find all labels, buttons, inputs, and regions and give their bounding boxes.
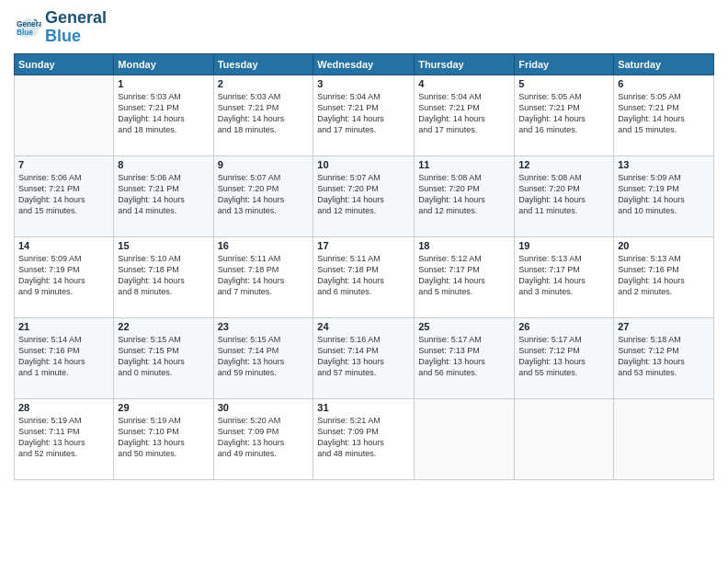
day-number: 29 [118,402,209,413]
day-number: 2 [218,78,310,89]
day-cell: 31Sunrise: 5:21 AMSunset: 7:09 PMDayligh… [313,398,415,479]
day-number: 31 [317,402,410,413]
day-cell: 23Sunrise: 5:15 AMSunset: 7:14 PMDayligh… [213,317,313,398]
day-info: Sunrise: 5:21 AMSunset: 7:09 PMDaylight:… [317,415,410,460]
day-number: 23 [218,321,310,332]
weekday-monday: Monday [114,53,213,75]
day-info: Sunrise: 5:08 AMSunset: 7:20 PMDaylight:… [418,172,510,217]
day-cell: 8Sunrise: 5:06 AMSunset: 7:21 PMDaylight… [114,155,213,236]
day-number: 21 [18,321,109,332]
day-cell [515,398,614,479]
day-cell: 19Sunrise: 5:13 AMSunset: 7:17 PMDayligh… [515,236,614,317]
day-number: 26 [518,321,609,332]
day-cell [614,398,714,479]
day-cell: 24Sunrise: 5:16 AMSunset: 7:14 PMDayligh… [313,317,415,398]
day-info: Sunrise: 5:11 AMSunset: 7:18 PMDaylight:… [218,253,310,298]
day-cell: 3Sunrise: 5:04 AMSunset: 7:21 PMDaylight… [313,75,415,155]
weekday-tuesday: Tuesday [213,53,313,75]
day-cell [415,398,515,479]
day-number: 20 [618,240,710,251]
day-cell: 16Sunrise: 5:11 AMSunset: 7:18 PMDayligh… [213,236,313,317]
day-cell: 25Sunrise: 5:17 AMSunset: 7:13 PMDayligh… [415,317,515,398]
day-cell: 18Sunrise: 5:12 AMSunset: 7:17 PMDayligh… [415,236,515,317]
day-info: Sunrise: 5:10 AMSunset: 7:18 PMDaylight:… [118,253,209,298]
logo: General Blue General Blue [14,9,107,46]
week-row-3: 14Sunrise: 5:09 AMSunset: 7:19 PMDayligh… [15,236,714,317]
day-cell: 7Sunrise: 5:06 AMSunset: 7:21 PMDaylight… [15,155,114,236]
day-info: Sunrise: 5:04 AMSunset: 7:21 PMDaylight:… [317,91,410,136]
svg-text:General: General [17,19,41,28]
day-info: Sunrise: 5:07 AMSunset: 7:20 PMDaylight:… [218,172,310,217]
logo-icon: General Blue [14,14,41,41]
week-row-5: 28Sunrise: 5:19 AMSunset: 7:11 PMDayligh… [15,398,714,479]
day-cell: 28Sunrise: 5:19 AMSunset: 7:11 PMDayligh… [15,398,114,479]
day-info: Sunrise: 5:20 AMSunset: 7:09 PMDaylight:… [218,415,310,460]
day-number: 24 [317,321,410,332]
day-number: 28 [18,402,109,413]
logo-text: General Blue [45,9,107,46]
day-info: Sunrise: 5:11 AMSunset: 7:18 PMDaylight:… [317,253,410,298]
day-number: 3 [317,78,410,89]
weekday-header-row: SundayMondayTuesdayWednesdayThursdayFrid… [15,53,714,75]
day-number: 11 [418,159,510,170]
calendar-container: General Blue General Blue SundayMondayTu… [0,0,728,563]
day-number: 14 [18,240,109,251]
week-row-2: 7Sunrise: 5:06 AMSunset: 7:21 PMDaylight… [15,155,714,236]
day-cell: 26Sunrise: 5:17 AMSunset: 7:12 PMDayligh… [515,317,614,398]
day-info: Sunrise: 5:03 AMSunset: 7:21 PMDaylight:… [218,91,310,136]
day-cell: 30Sunrise: 5:20 AMSunset: 7:09 PMDayligh… [213,398,313,479]
day-number: 4 [418,78,510,89]
day-info: Sunrise: 5:14 AMSunset: 7:16 PMDaylight:… [18,334,109,379]
week-row-1: 1Sunrise: 5:03 AMSunset: 7:21 PMDaylight… [15,75,714,155]
day-info: Sunrise: 5:09 AMSunset: 7:19 PMDaylight:… [618,172,710,217]
day-info: Sunrise: 5:03 AMSunset: 7:21 PMDaylight:… [118,91,209,136]
day-cell: 11Sunrise: 5:08 AMSunset: 7:20 PMDayligh… [415,155,515,236]
day-info: Sunrise: 5:15 AMSunset: 7:14 PMDaylight:… [218,334,310,379]
day-number: 5 [518,78,609,89]
day-info: Sunrise: 5:19 AMSunset: 7:11 PMDaylight:… [18,415,109,460]
weekday-sunday: Sunday [15,53,114,75]
day-info: Sunrise: 5:05 AMSunset: 7:21 PMDaylight:… [518,91,609,136]
day-number: 1 [118,78,209,89]
weekday-friday: Friday [515,53,614,75]
day-cell: 22Sunrise: 5:15 AMSunset: 7:15 PMDayligh… [114,317,213,398]
day-number: 17 [317,240,410,251]
week-row-4: 21Sunrise: 5:14 AMSunset: 7:16 PMDayligh… [15,317,714,398]
weekday-saturday: Saturday [614,53,714,75]
day-info: Sunrise: 5:12 AMSunset: 7:17 PMDaylight:… [418,253,510,298]
day-info: Sunrise: 5:09 AMSunset: 7:19 PMDaylight:… [18,253,109,298]
day-info: Sunrise: 5:13 AMSunset: 7:16 PMDaylight:… [618,253,710,298]
svg-text:Blue: Blue [17,28,33,36]
day-info: Sunrise: 5:17 AMSunset: 7:13 PMDaylight:… [418,334,510,379]
day-cell: 5Sunrise: 5:05 AMSunset: 7:21 PMDaylight… [515,75,614,155]
day-info: Sunrise: 5:05 AMSunset: 7:21 PMDaylight:… [618,91,710,136]
day-info: Sunrise: 5:08 AMSunset: 7:20 PMDaylight:… [518,172,609,217]
day-cell: 13Sunrise: 5:09 AMSunset: 7:19 PMDayligh… [614,155,714,236]
day-cell: 27Sunrise: 5:18 AMSunset: 7:12 PMDayligh… [614,317,714,398]
day-number: 30 [218,402,310,413]
day-cell: 12Sunrise: 5:08 AMSunset: 7:20 PMDayligh… [515,155,614,236]
day-info: Sunrise: 5:15 AMSunset: 7:15 PMDaylight:… [118,334,209,379]
day-info: Sunrise: 5:06 AMSunset: 7:21 PMDaylight:… [18,172,109,217]
day-number: 6 [618,78,710,89]
day-number: 10 [317,159,410,170]
day-cell: 10Sunrise: 5:07 AMSunset: 7:20 PMDayligh… [313,155,415,236]
day-cell: 15Sunrise: 5:10 AMSunset: 7:18 PMDayligh… [114,236,213,317]
day-number: 19 [518,240,609,251]
day-info: Sunrise: 5:19 AMSunset: 7:10 PMDaylight:… [118,415,209,460]
day-cell: 21Sunrise: 5:14 AMSunset: 7:16 PMDayligh… [15,317,114,398]
day-number: 22 [118,321,209,332]
day-number: 13 [618,159,710,170]
day-number: 15 [118,240,209,251]
day-info: Sunrise: 5:17 AMSunset: 7:12 PMDaylight:… [518,334,609,379]
day-number: 18 [418,240,510,251]
weekday-thursday: Thursday [415,53,515,75]
day-info: Sunrise: 5:07 AMSunset: 7:20 PMDaylight:… [317,172,410,217]
day-cell: 14Sunrise: 5:09 AMSunset: 7:19 PMDayligh… [15,236,114,317]
day-cell: 1Sunrise: 5:03 AMSunset: 7:21 PMDaylight… [114,75,213,155]
day-cell: 6Sunrise: 5:05 AMSunset: 7:21 PMDaylight… [614,75,714,155]
day-number: 7 [18,159,109,170]
header: General Blue General Blue [14,9,714,46]
day-info: Sunrise: 5:13 AMSunset: 7:17 PMDaylight:… [518,253,609,298]
day-cell: 9Sunrise: 5:07 AMSunset: 7:20 PMDaylight… [213,155,313,236]
